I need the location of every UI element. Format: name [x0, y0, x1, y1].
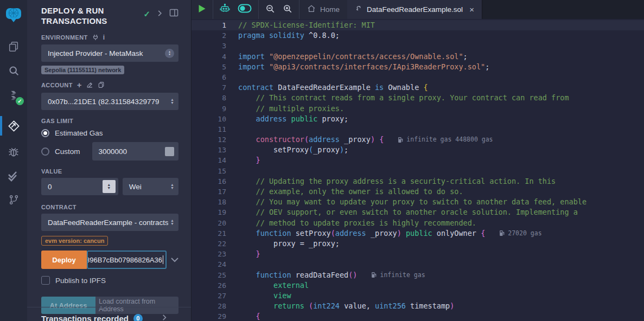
- publish-ipfs-checkbox[interactable]: [41, 276, 50, 285]
- custom-gas-value: 3000000: [99, 147, 127, 156]
- run-script-icon[interactable]: [198, 4, 206, 15]
- code-line[interactable]: 1// SPDX-License-Identifier: MIT: [192, 20, 644, 30]
- value-unit-select[interactable]: Wei ▲▼: [123, 178, 178, 195]
- code-line[interactable]: 27 view: [192, 291, 644, 301]
- line-number: 1: [192, 20, 226, 30]
- copilot-toggle-icon[interactable]: [238, 4, 252, 15]
- code-line-text: import "@api3/contracts/interfaces/IApi3…: [226, 62, 489, 72]
- code-line[interactable]: 25 function readDataFeed()infinite gas: [192, 270, 644, 280]
- code-line[interactable]: 6: [192, 72, 644, 82]
- estimated-gas-label: Estimated Gas: [55, 129, 103, 137]
- code-line[interactable]: 20 // method to update proxies is highly…: [192, 218, 644, 228]
- code-line[interactable]: 19 // OEV support, or even switch to ano…: [192, 207, 644, 217]
- code-line-text: [226, 259, 238, 269]
- code-line[interactable]: 8 // This contract reads from a single p…: [192, 93, 644, 103]
- deploy-arg-input[interactable]: 0947396B7cBb07986826A36: [87, 251, 167, 269]
- code-line-text: // SPDX-License-Identifier: MIT: [226, 20, 375, 30]
- code-line[interactable]: 13 setProxy(_proxy);: [192, 145, 644, 155]
- evm-version-badge: evm version: cancun: [41, 236, 108, 246]
- code-line-text: [226, 72, 238, 82]
- environment-value: Injected Provider - MetaMask: [48, 49, 143, 57]
- plug-icon[interactable]: [92, 34, 99, 41]
- environment-select-icon: ▴▾: [165, 49, 174, 58]
- code-line-text: proxy = _proxy;: [226, 239, 340, 249]
- code-line[interactable]: 5import "@api3/contracts/interfaces/IApi…: [192, 62, 644, 72]
- transactions-expand-icon[interactable]: [162, 313, 167, 321]
- code-line[interactable]: 7contract DataFeedReaderExample is Ownab…: [192, 82, 644, 93]
- code-line[interactable]: 29 {: [192, 311, 644, 321]
- deploy-run-panel: DEPLOY & RUN TRANSACTIONS ✓ ENVIRONMENT …: [27, 0, 192, 321]
- code-line[interactable]: 4import "@openzeppelin/contracts/access/…: [192, 52, 644, 62]
- gas-edit-icon[interactable]: [165, 147, 174, 156]
- line-number: 6: [192, 72, 226, 82]
- transactions-footer: Transactions recorded 0: [27, 307, 191, 321]
- panel-pin-icon[interactable]: [169, 9, 178, 19]
- code-editor[interactable]: 1// SPDX-License-Identifier: MIT2pragma …: [192, 19, 644, 321]
- code-line[interactable]: 16 // Updating the proxy address is a se…: [192, 176, 644, 187]
- compile-success-badge: ✓: [16, 97, 24, 105]
- editor-area: Home DataFeedReaderExample.sol × 1// SPD…: [192, 0, 644, 321]
- tab-home[interactable]: Home: [299, 0, 347, 19]
- code-line[interactable]: 28 returns (int224 value, uint256 timest…: [192, 301, 644, 311]
- environment-select[interactable]: Injected Provider - MetaMask ▴▾: [41, 44, 178, 62]
- code-line[interactable]: 23 }: [192, 249, 644, 259]
- info-icon[interactable]: i: [103, 34, 105, 41]
- code-lines: 1// SPDX-License-Identifier: MIT2pragma …: [192, 20, 644, 321]
- deploy-button[interactable]: Deploy: [41, 251, 87, 269]
- code-line-text: [226, 41, 238, 51]
- environment-label: ENVIRONMENT: [41, 34, 88, 41]
- line-number: 24: [192, 259, 226, 269]
- edit-account-icon[interactable]: [86, 81, 93, 88]
- code-line[interactable]: 15: [192, 166, 644, 176]
- code-line[interactable]: 11: [192, 124, 644, 134]
- network-badge: Sepolia (11155111) network: [41, 66, 124, 74]
- tab-close-icon[interactable]: ×: [469, 5, 474, 14]
- contract-label: CONTRACT: [41, 204, 178, 210]
- deploy-expand-chevron-icon[interactable]: [171, 256, 178, 264]
- git-icon[interactable]: [0, 189, 27, 210]
- account-label: ACCOUNT: [41, 82, 73, 88]
- custom-gas-radio[interactable]: [41, 147, 49, 156]
- code-line[interactable]: 17 // example, only the owner is allowed…: [192, 187, 644, 197]
- search-icon[interactable]: [0, 60, 27, 81]
- code-line-text: // Updating the proxy address is a secur…: [226, 176, 556, 187]
- code-line[interactable]: 14 }: [192, 155, 644, 165]
- remix-logo[interactable]: [0, 2, 27, 28]
- code-line[interactable]: 18 // You may want to update your proxy …: [192, 197, 644, 207]
- code-line[interactable]: 24: [192, 259, 644, 269]
- code-line-text: }: [226, 249, 260, 259]
- code-line-text: // example, only the owner is allowed to…: [226, 187, 463, 197]
- gas-limit-label: GAS LIMIT: [41, 118, 178, 124]
- account-select[interactable]: 0x07b...21DE1 (82.311584329779 ▲▼: [41, 93, 178, 110]
- debugger-icon[interactable]: [0, 141, 27, 163]
- solidity-compiler-icon[interactable]: ✓: [0, 85, 27, 106]
- value-spinner[interactable]: ▲▼: [103, 180, 116, 193]
- code-line[interactable]: 22 proxy = _proxy;: [192, 239, 644, 249]
- code-line[interactable]: 2pragma solidity ^0.8.0;: [192, 30, 644, 41]
- ai-assistant-robot-icon[interactable]: [220, 3, 230, 16]
- code-line-text: // OEV support, or even switch to anothe…: [226, 207, 578, 217]
- copy-account-icon[interactable]: [98, 81, 105, 88]
- file-explorer-icon[interactable]: [0, 36, 27, 57]
- panel-expand-icon[interactable]: [157, 9, 163, 19]
- tab-datafeedreaderexample[interactable]: DataFeedReaderExample.sol ×: [347, 0, 482, 19]
- code-line-text: external: [226, 280, 309, 291]
- code-line[interactable]: 26 external: [192, 280, 644, 291]
- code-line[interactable]: 10 address public proxy;: [192, 114, 644, 124]
- unit-testing-icon[interactable]: [0, 165, 27, 187]
- editor-toolbar: Home DataFeedReaderExample.sol ×: [192, 0, 644, 19]
- code-line[interactable]: 9 // multiple proxies.: [192, 104, 644, 114]
- add-account-icon[interactable]: +: [77, 80, 82, 89]
- zoom-out-icon[interactable]: [265, 4, 275, 16]
- zoom-in-icon[interactable]: [283, 4, 292, 16]
- value-input[interactable]: 0 ▲▼: [41, 178, 118, 195]
- code-line[interactable]: 3: [192, 41, 644, 51]
- solidity-file-icon: [355, 5, 362, 14]
- deploy-and-run-icon[interactable]: [0, 115, 27, 137]
- estimated-gas-radio[interactable]: [41, 129, 49, 137]
- custom-gas-input[interactable]: 3000000: [92, 142, 178, 160]
- code-line[interactable]: 12 constructor(address _proxy) {infinite…: [192, 134, 644, 145]
- contract-select[interactable]: DataFeedReaderExample - contracts ▲▼: [41, 214, 178, 231]
- line-number: 2: [192, 30, 226, 41]
- code-line[interactable]: 21 function setProxy(address _proxy) pub…: [192, 228, 644, 239]
